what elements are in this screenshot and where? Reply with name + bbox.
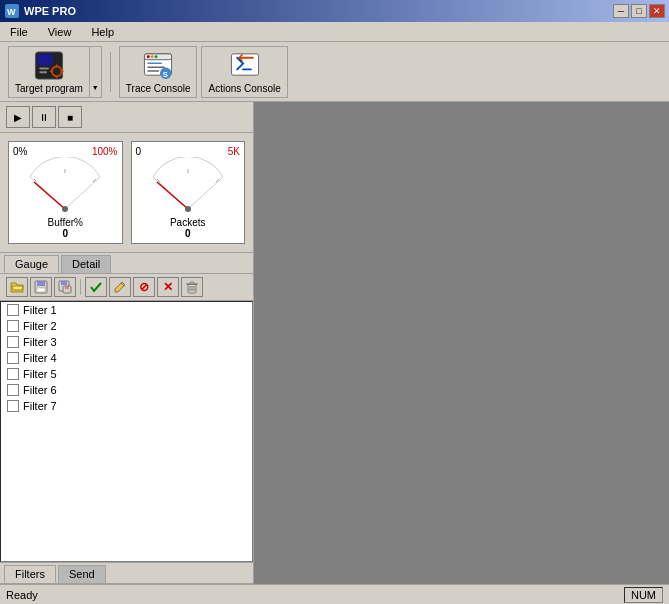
title-bar: W WPE PRO ─ □ ✕ xyxy=(0,0,669,22)
svg-rect-5 xyxy=(39,71,47,73)
filter-item-label: Filter 4 xyxy=(23,352,57,364)
filter-list[interactable]: Filter 1Filter 2Filter 3Filter 4Filter 5… xyxy=(0,301,253,562)
svg-point-15 xyxy=(155,55,158,58)
svg-point-13 xyxy=(147,55,150,58)
filter-saveas-button[interactable] xyxy=(54,277,76,297)
title-controls: ─ □ ✕ xyxy=(613,4,665,18)
packets-gauge-svg xyxy=(143,157,233,217)
filter-save-button[interactable] xyxy=(30,277,52,297)
close-button[interactable]: ✕ xyxy=(649,4,665,18)
svg-rect-36 xyxy=(37,288,45,292)
filter-item-label: Filter 3 xyxy=(23,336,57,348)
tab-detail[interactable]: Detail xyxy=(61,255,111,273)
left-panel: ▶ ⏸ ■ 0% 100% xyxy=(0,102,254,584)
tab-gauge[interactable]: Gauge xyxy=(4,255,59,273)
status-right: NUM xyxy=(624,587,663,603)
packets-gauge-title: Packets xyxy=(170,217,206,228)
toolbar-separator-1 xyxy=(110,52,111,92)
buffer-gauge: 0% 100% Buffer% 0 xyxy=(8,141,123,244)
save-icon xyxy=(34,280,48,294)
svg-rect-18 xyxy=(147,70,159,71)
filter-stop-button[interactable]: ⊘ xyxy=(133,277,155,297)
filter-item[interactable]: Filter 3 xyxy=(1,334,252,350)
menu-view[interactable]: View xyxy=(42,24,78,40)
filter-checkbox[interactable] xyxy=(7,352,19,364)
filter-trash-button[interactable] xyxy=(181,277,203,297)
actions-console-icon xyxy=(229,50,261,81)
svg-point-33 xyxy=(185,206,191,212)
pause-button[interactable]: ⏸ xyxy=(32,106,56,128)
target-program-main[interactable]: Target program xyxy=(9,47,89,97)
filter-tab-bar: Filters Send xyxy=(0,562,253,584)
minimize-button[interactable]: ─ xyxy=(613,4,629,18)
play-button[interactable]: ▶ xyxy=(6,106,30,128)
filter-toolbar: ⊘ ✕ xyxy=(0,274,253,301)
filter-checkbox[interactable] xyxy=(7,304,19,316)
filter-item[interactable]: Filter 4 xyxy=(1,350,252,366)
filter-delete-button[interactable]: ✕ xyxy=(157,277,179,297)
filter-toolbar-sep-1 xyxy=(80,279,81,295)
gauge-tab-bar: Gauge Detail xyxy=(0,253,253,274)
menu-help[interactable]: Help xyxy=(85,24,120,40)
filter-checkbox[interactable] xyxy=(7,336,19,348)
buffer-gauge-svg xyxy=(20,157,110,217)
filter-checkbox[interactable] xyxy=(7,400,19,412)
target-program-dropdown-arrow[interactable]: ▼ xyxy=(89,47,101,97)
svg-rect-40 xyxy=(65,286,69,289)
app-icon: W xyxy=(4,3,20,19)
status-bar: Ready NUM xyxy=(0,584,669,604)
gauges-area: 0% 100% Buffer% 0 xyxy=(0,133,253,253)
svg-rect-3 xyxy=(37,53,53,65)
menu-bar: File View Help xyxy=(0,22,669,42)
filter-checkbox[interactable] xyxy=(7,320,19,332)
packets-gauge-value: 0 xyxy=(185,228,191,239)
right-panel xyxy=(254,102,669,584)
stop-button[interactable]: ■ xyxy=(58,106,82,128)
main-container: ▶ ⏸ ■ 0% 100% xyxy=(0,102,669,584)
svg-text:W: W xyxy=(7,7,16,17)
buffer-gauge-labels: 0% 100% xyxy=(13,146,118,157)
tab-send[interactable]: Send xyxy=(58,565,106,583)
filter-checkbox[interactable] xyxy=(7,384,19,396)
packets-max-label: 5K xyxy=(228,146,240,157)
trace-console-button[interactable]: S Trace Console xyxy=(119,46,198,98)
filter-item-label: Filter 7 xyxy=(23,400,57,412)
filter-item[interactable]: Filter 1 xyxy=(1,302,252,318)
toolbar: Target program ▼ S Trace Console Ac xyxy=(0,42,669,102)
filter-item[interactable]: Filter 6 xyxy=(1,382,252,398)
open-folder-icon xyxy=(10,280,24,294)
buffer-gauge-value: 0 xyxy=(62,228,68,239)
status-text: Ready xyxy=(6,589,38,601)
play-controls: ▶ ⏸ ■ xyxy=(0,102,253,133)
filter-item-label: Filter 5 xyxy=(23,368,57,380)
packets-gauge-labels: 0 5K xyxy=(136,146,241,157)
filter-item[interactable]: Filter 7 xyxy=(1,398,252,414)
svg-rect-4 xyxy=(39,67,49,69)
trace-console-icon: S xyxy=(142,50,174,81)
saveas-icon xyxy=(58,280,72,294)
filter-item[interactable]: Filter 2 xyxy=(1,318,252,334)
menu-file[interactable]: File xyxy=(4,24,34,40)
pencil-icon xyxy=(113,280,127,294)
filter-open-button[interactable] xyxy=(6,277,28,297)
buffer-min-label: 0% xyxy=(13,146,27,157)
filter-edit-button[interactable] xyxy=(109,277,131,297)
svg-rect-35 xyxy=(37,281,45,286)
filter-item-label: Filter 1 xyxy=(23,304,57,316)
filter-check-button[interactable] xyxy=(85,277,107,297)
packets-min-label: 0 xyxy=(136,146,142,157)
filter-checkbox[interactable] xyxy=(7,368,19,380)
actions-console-label: Actions Console xyxy=(208,83,280,94)
svg-rect-17 xyxy=(147,66,164,67)
buffer-gauge-title: Buffer% xyxy=(48,217,83,228)
filter-item-label: Filter 2 xyxy=(23,320,57,332)
target-program-button[interactable]: Target program ▼ xyxy=(8,46,102,98)
actions-console-button[interactable]: Actions Console xyxy=(201,46,287,98)
num-indicator: NUM xyxy=(624,587,663,603)
maximize-button[interactable]: □ xyxy=(631,4,647,18)
filter-item[interactable]: Filter 5 xyxy=(1,366,252,382)
svg-point-14 xyxy=(151,55,154,58)
packets-gauge: 0 5K Packets 0 xyxy=(131,141,246,244)
tab-filters[interactable]: Filters xyxy=(4,565,56,583)
trash-icon xyxy=(185,280,199,294)
